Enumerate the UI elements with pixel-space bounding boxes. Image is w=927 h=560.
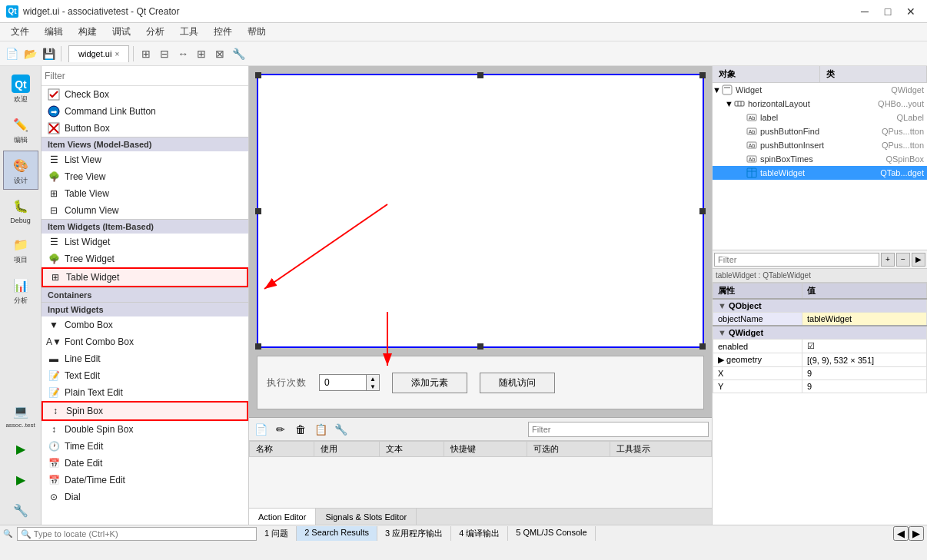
status-tab-3-应用程序输出[interactable]: 3 应用程序输出 <box>377 526 451 541</box>
widget-item-check-box[interactable]: Check Box <box>42 86 248 103</box>
tab-action-editor[interactable]: Action Editor <box>249 509 316 525</box>
prop-value-objectname[interactable]: tableWidget <box>802 313 926 326</box>
prop-value-y: 9 <box>802 380 926 393</box>
menubar: 文件 编辑 构建 调试 分析 工具 控件 帮助 <box>0 23 927 41</box>
sidebar-label-design: 设计 <box>14 176 28 186</box>
expand-icon[interactable]: ▼ <box>725 99 734 108</box>
object-tree-row-spinboxtimes[interactable]: AbspinBoxTimesQSpinBox <box>713 152 927 166</box>
widget-item-column-view[interactable]: ⊟Column View <box>42 202 248 219</box>
close-button[interactable]: ✕ <box>901 5 921 18</box>
sidebar-item-build[interactable]: 🔧 <box>3 495 38 525</box>
sidebar-item-edit[interactable]: ✏️ 编辑 <box>3 110 38 149</box>
widget-item-plain-text-edit[interactable]: 📝Plain Text Edit <box>42 384 248 401</box>
widget-item-date/time-edit[interactable]: 📅Date/Time Edit <box>42 472 248 489</box>
props-filter-btn1[interactable]: + <box>881 253 895 267</box>
widget-item-dial[interactable]: ⊙Dial <box>42 489 248 505</box>
object-tree-row-widget[interactable]: ▼WidgetQWidget <box>713 83 927 97</box>
sidebar-item-welcome[interactable]: Qt 欢迎 <box>3 69 38 108</box>
menu-file[interactable]: 文件 <box>3 24 37 40</box>
widget-filter-input[interactable] <box>45 71 245 81</box>
double-spin-box-icon: ↕ <box>48 423 60 436</box>
status-next-btn[interactable]: ▶ <box>909 526 924 541</box>
toolbar-btn1[interactable]: ⊞ <box>138 45 154 62</box>
expand-icon[interactable]: ▼ <box>713 85 722 94</box>
action-filter-input[interactable] <box>528 422 709 437</box>
props-filter-input[interactable] <box>714 253 879 267</box>
sidebar-item-run[interactable]: ▶ <box>3 434 38 463</box>
widget-item-font-combo-box[interactable]: A▼Font Combo Box <box>42 333 248 350</box>
widget-item-tree-widget[interactable]: 🌳Tree Widget <box>42 250 248 267</box>
widget-item-list-widget[interactable]: ☰List Widget <box>42 234 248 250</box>
maximize-button[interactable]: □ <box>878 5 898 18</box>
widget-item-command-link-button[interactable]: ➡Command Link Button <box>42 103 248 120</box>
random-access-btn[interactable]: 随机访问 <box>480 373 555 393</box>
obj-class-pushButtonFind: QPus...tton <box>882 127 924 136</box>
sidebar-label-assoc: assoc..test <box>5 422 35 429</box>
obj-name-label: label <box>760 113 891 122</box>
status-tab-4-编译输出[interactable]: 4 编译输出 <box>451 526 508 541</box>
widget-item-text-edit[interactable]: 📝Text Edit <box>42 367 248 384</box>
sidebar-item-project[interactable]: 📁 项目 <box>3 230 38 269</box>
sidebar-item-design[interactable]: 🎨 设计 <box>3 151 38 190</box>
sidebar-item-debug[interactable]: 🐛 Debug <box>3 191 38 228</box>
toolbar-btn2[interactable]: ⊟ <box>156 45 173 62</box>
widget-item-table-widget[interactable]: ⊞Table Widget <box>42 267 248 287</box>
design-canvas[interactable] <box>257 74 704 348</box>
tab-signals-slots[interactable]: Signals & Slots Editor <box>316 509 417 525</box>
locate-input[interactable] <box>17 527 257 541</box>
widget-item-date-edit[interactable]: 📅Date Edit <box>42 455 248 472</box>
toolbar-btn6[interactable]: 🔧 <box>230 45 247 62</box>
widget-item-combo-box[interactable]: ▼Combo Box <box>42 316 248 333</box>
action-paste-btn[interactable]: 🔧 <box>332 421 349 438</box>
status-tab-2-search-results[interactable]: 2 Search Results <box>297 526 377 541</box>
action-edit-btn[interactable]: ✏ <box>272 421 289 438</box>
status-tab-1-问题[interactable]: 1 问题 <box>257 526 297 541</box>
sidebar-item-assoc[interactable]: 💻 assoc..test <box>3 396 38 432</box>
toolbar-btn4[interactable]: ⊞ <box>193 45 210 62</box>
spin-box-input[interactable]: 0 <box>320 376 366 389</box>
action-delete-btn[interactable]: 🗑 <box>292 421 309 438</box>
toolbar-new[interactable]: 📄 <box>3 45 20 62</box>
obj-name-Widget: Widget <box>736 85 885 94</box>
widget-item-table-view[interactable]: ⊞Table View <box>42 185 248 202</box>
object-tree-row-pushbuttonfind[interactable]: AbpushButtonFindQPus...tton <box>713 124 927 138</box>
toolbar-open[interactable]: 📂 <box>22 45 38 62</box>
widget-item-line-edit[interactable]: ▬Line Edit <box>42 350 248 367</box>
toolbar-save[interactable]: 💾 <box>40 45 57 62</box>
add-element-btn[interactable]: 添加元素 <box>392 373 467 393</box>
menu-build[interactable]: 构建 <box>71 24 105 40</box>
widget-item-button-box[interactable]: Button Box <box>42 120 248 137</box>
minimize-button[interactable]: ─ <box>855 5 875 18</box>
object-tree-row-label[interactable]: AblabelQLabel <box>713 111 927 124</box>
menu-debug[interactable]: 调试 <box>105 24 138 40</box>
status-tab-5-qml/js-console[interactable]: 5 QML/JS Console <box>508 526 595 541</box>
widget-item-tree-view[interactable]: 🌳Tree View <box>42 168 248 185</box>
props-filter-btn2[interactable]: − <box>896 253 910 267</box>
widget-item-spin-box[interactable]: ↕Spin Box <box>42 401 248 421</box>
handle-mr <box>699 208 706 214</box>
spin-down-btn[interactable]: ▼ <box>367 383 379 390</box>
widget-item-double-spin-box[interactable]: ↕Double Spin Box <box>42 421 248 438</box>
analyze-icon: 📊 <box>10 274 32 296</box>
status-prev-btn[interactable]: ◀ <box>893 526 909 541</box>
object-tree-row-tablewidget[interactable]: tableWidgetQTab...dget <box>713 166 927 180</box>
menu-help[interactable]: 帮助 <box>240 24 274 40</box>
menu-tools[interactable]: 工具 <box>172 24 206 40</box>
widget-item-time-edit[interactable]: 🕐Time Edit <box>42 438 248 455</box>
menu-edit[interactable]: 编辑 <box>37 24 71 40</box>
object-tree-row-pushbuttoninsert[interactable]: AbpushButtonInsertQPus...tton <box>713 138 927 152</box>
sidebar-item-run2[interactable]: ▶ <box>3 465 38 494</box>
object-tree-row-horizontallayout[interactable]: ▼horizontalLayoutQHBo...yout <box>713 97 927 111</box>
props-filter-btn3[interactable]: ▶ <box>912 253 925 267</box>
toolbar-btn3[interactable]: ↔ <box>174 45 191 62</box>
action-copy-btn[interactable]: 📋 <box>312 421 329 438</box>
toolbar-btn5[interactable]: ⊠ <box>211 45 228 62</box>
menu-analyze[interactable]: 分析 <box>138 24 172 40</box>
sidebar-item-analyze[interactable]: 📊 分析 <box>3 270 38 310</box>
tab-widget-ui[interactable]: widget.ui × <box>68 45 129 62</box>
menu-widgets[interactable]: 控件 <box>206 24 240 40</box>
spin-up-btn[interactable]: ▲ <box>367 375 379 383</box>
widget-item-list-view[interactable]: ☰List View <box>42 151 248 168</box>
action-new-btn[interactable]: 📄 <box>252 421 269 438</box>
tab-close-icon[interactable]: × <box>115 50 119 58</box>
